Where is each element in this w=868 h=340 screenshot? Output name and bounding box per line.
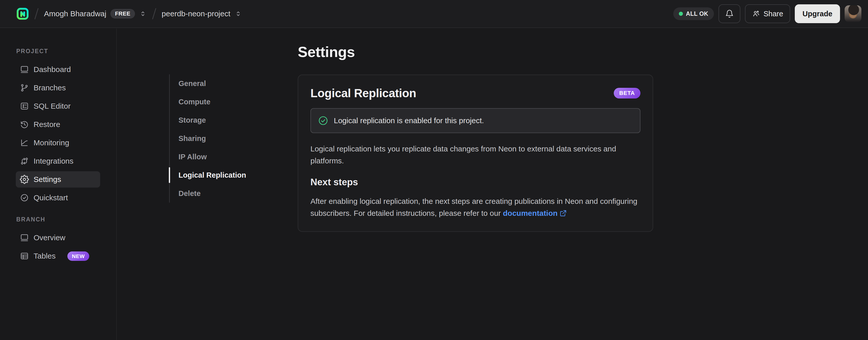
notifications-button[interactable] — [718, 4, 740, 23]
settings-nav-compute[interactable]: Compute — [170, 93, 267, 111]
status-label: ALL OK — [686, 10, 708, 17]
bell-icon — [725, 9, 734, 18]
restore-history-icon — [20, 120, 29, 129]
sidebar-item-monitoring[interactable]: Monitoring — [16, 135, 100, 151]
share-label: Share — [764, 10, 783, 18]
user-avatar[interactable] — [845, 5, 861, 22]
chevron-up-down-icon — [235, 10, 242, 18]
page-title: Settings — [298, 43, 679, 60]
plan-badge: FREE — [110, 9, 135, 19]
org-name: Amogh Bharadwaj — [44, 9, 106, 18]
success-alert: Logical replication is enabled for this … — [310, 108, 641, 133]
org-switcher[interactable]: Amogh Bharadwaj FREE — [44, 9, 147, 19]
breadcrumb-separator — [34, 8, 38, 20]
card-title: Logical Replication — [310, 86, 416, 100]
status-badge[interactable]: ALL OK — [673, 7, 714, 20]
topbar-actions: ALL OK Share Upgrade — [673, 4, 861, 23]
sidebar-item-restore[interactable]: Restore — [16, 116, 100, 133]
settings-nav-delete[interactable]: Delete — [170, 184, 267, 203]
project-name: peerdb-neon-project — [162, 9, 230, 18]
topbar: Amogh Bharadwaj FREE peerdb-neon-project… — [0, 0, 868, 28]
sidebar-item-overview[interactable]: Overview — [16, 230, 100, 246]
check-circle-icon — [318, 116, 328, 126]
sidebar-item-settings[interactable]: Settings — [16, 171, 100, 188]
overview-icon — [20, 233, 29, 242]
main-content: Settings Logical Replication BETA Logica… — [298, 28, 679, 232]
settings-gear-icon — [20, 175, 29, 184]
alert-message: Logical replication is enabled for this … — [334, 116, 484, 125]
settings-nav-ip-allow[interactable]: IP Allow — [170, 148, 267, 166]
dashboard-icon — [20, 65, 29, 74]
chevron-up-down-icon — [139, 10, 147, 18]
settings-nav-storage[interactable]: Storage — [170, 111, 267, 129]
integrations-icon — [20, 157, 29, 166]
external-link-icon — [560, 210, 567, 217]
sidebar-item-tables[interactable]: Tables NEW — [16, 248, 100, 264]
documentation-link[interactable]: documentation — [503, 207, 567, 219]
sql-editor-icon — [20, 102, 29, 111]
sidebar-item-sql-editor[interactable]: SQL Editor — [16, 98, 100, 114]
sidebar-section-project: PROJECT — [16, 48, 116, 55]
beta-badge: BETA — [614, 88, 641, 98]
branches-icon — [20, 83, 29, 92]
status-dot-icon — [679, 12, 683, 16]
neon-logo-icon[interactable] — [16, 7, 29, 20]
project-switcher[interactable]: peerdb-neon-project — [162, 9, 242, 18]
breadcrumb: Amogh Bharadwaj FREE peerdb-neon-project — [16, 7, 242, 20]
tables-icon — [20, 251, 29, 261]
breadcrumb-separator — [152, 8, 156, 20]
settings-nav-logical-replication[interactable]: Logical Replication — [170, 166, 267, 184]
logical-replication-card: Logical Replication BETA Logical replica… — [298, 75, 653, 232]
next-steps-text: After enabling logical replication, the … — [310, 195, 641, 219]
settings-subnav: General Compute Storage Sharing IP Allow… — [169, 74, 267, 203]
next-steps-title: Next steps — [310, 177, 641, 188]
new-badge: NEW — [67, 251, 90, 261]
sidebar-section-branch: BRANCH — [16, 216, 116, 223]
sidebar-item-dashboard[interactable]: Dashboard — [16, 61, 100, 78]
users-icon — [752, 10, 760, 18]
monitoring-chart-icon — [20, 138, 29, 147]
sidebar-item-quickstart[interactable]: Quickstart — [16, 190, 100, 206]
settings-nav-general[interactable]: General — [170, 74, 267, 93]
upgrade-button[interactable]: Upgrade — [795, 4, 840, 23]
card-description: Logical replication lets you replicate d… — [310, 143, 629, 167]
quickstart-check-icon — [20, 193, 29, 202]
card-header: Logical Replication BETA — [310, 86, 641, 100]
sidebar-item-integrations[interactable]: Integrations — [16, 153, 100, 169]
share-button[interactable]: Share — [745, 4, 790, 23]
settings-nav-sharing[interactable]: Sharing — [170, 129, 267, 148]
sidebar-item-branches[interactable]: Branches — [16, 80, 100, 96]
project-sidebar: PROJECT Dashboard Branches SQL Editor Re… — [0, 29, 117, 340]
